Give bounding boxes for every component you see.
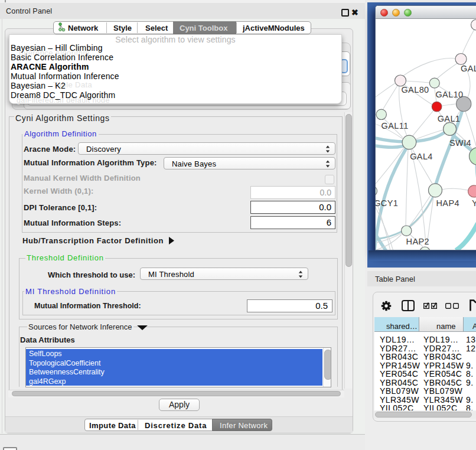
svg-text:HAP4: HAP4 (436, 198, 459, 208)
svg-text:GAL11: GAL11 (382, 121, 409, 131)
svg-text:YJ: YJ (472, 198, 476, 208)
svg-text:GAL10: GAL10 (435, 90, 463, 99)
svg-text:SWI4: SWI4 (449, 138, 471, 148)
svg-text:GAL80: GAL80 (401, 85, 429, 94)
svg-text:GAL4: GAL4 (410, 152, 433, 161)
svg-text:GAL7: GAL7 (461, 64, 476, 73)
svg-text:HAP2: HAP2 (406, 237, 429, 246)
svg-text:GAL1: GAL1 (438, 114, 461, 123)
svg-text:GCY1: GCY1 (376, 198, 398, 208)
